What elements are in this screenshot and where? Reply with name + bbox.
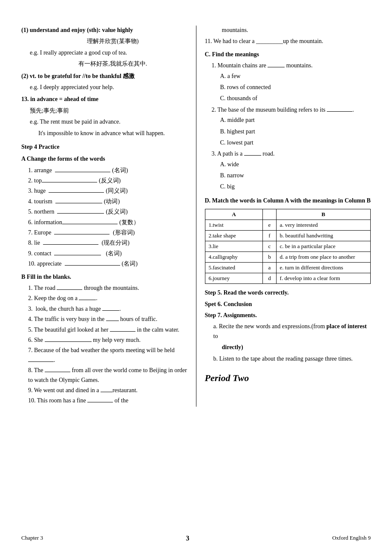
table-row: 1.twist e a. very interested — [205, 220, 371, 231]
table-cell-letter: b — [263, 252, 276, 263]
list-item: 5. The beautiful girl looked at her in t… — [21, 325, 187, 335]
table-cell-meaning: b. beautiful handwriting — [276, 231, 370, 241]
step5-section: Step 5. Read the words correctly. Spet 6… — [205, 288, 371, 364]
continuation: mountains. — [205, 26, 371, 35]
option: B. narrow — [205, 171, 371, 180]
option: C. thousands of — [205, 94, 371, 103]
left-column: (1) understand and enjoy (sth): value hi… — [21, 26, 187, 407]
table-row: 2.take shape f b. beautiful handwriting — [205, 231, 371, 241]
list-item: 4. The traffic is very busy in the hours… — [21, 315, 187, 324]
list-item: 10. This room has a fine of the — [21, 396, 187, 405]
section1-title3-chinese: 预先;事先;事前 — [21, 106, 187, 116]
step5: Step 5. Read the words correctly. — [205, 288, 371, 298]
table-cell-word: 1.twist — [205, 220, 263, 231]
section1-eg3a: e.g. The rent must be paid in advance. — [21, 117, 187, 127]
option: C. lowest part — [205, 138, 371, 147]
section1-eg2: e.g. I deeply appreciated your help. — [21, 83, 187, 92]
list-item: 9. We went out and dined in a restaurant… — [21, 386, 187, 395]
list-item: 8. lie (现在分词) — [21, 238, 187, 248]
list-item: 4. tourism (动词) — [21, 197, 187, 206]
table-cell-letter: d — [263, 273, 276, 284]
section1-chinese1: 理解并欣赏(某事物) — [21, 37, 187, 46]
list-item: 3. huge (同义词) — [21, 186, 187, 196]
sectionA-items: 1. arrange (名词) 2. top(反义词) 3. huge (同义词… — [21, 166, 187, 269]
list-item: 3. A path is a road. — [205, 149, 371, 159]
table-cell-word: 3.lie — [205, 241, 263, 252]
table-row: 5.fascinated a e. turn in different dire… — [205, 263, 371, 273]
footer-left: Chapter 3 — [21, 535, 43, 542]
list-item: 2. Keep the dog on a . — [21, 294, 187, 303]
list-item: 1. arrange (名词) — [21, 166, 187, 175]
section1-eg3b: It's impossible to know in advance what … — [21, 129, 187, 138]
table-header-letter — [263, 209, 276, 220]
table-cell-letter: e — [263, 220, 276, 231]
step7-a-bold2: directly) — [205, 343, 371, 352]
period-two: Period Two — [205, 370, 371, 385]
sectionD-title: D. Match the words in Column A with the … — [205, 196, 371, 205]
list-item: 7. Because of the bad weather the sports… — [21, 346, 187, 365]
list-item: 1. Mountain chains are mountains. — [205, 61, 371, 70]
match-table: A B 1.twist e a. very interested 2.take … — [205, 209, 371, 284]
item11: 11. We had to clear a _________up the mo… — [205, 37, 371, 46]
option: C. big — [205, 182, 371, 191]
list-item: 1. The road through the mountains. — [21, 283, 187, 293]
table-cell-word: 2.take shape — [205, 231, 263, 241]
table-row: 3.lie c c. be in a particular place — [205, 241, 371, 252]
list-item: 7. Europe (形容词) — [21, 228, 187, 237]
step7-b: b. Listen to the tape about the reading … — [205, 354, 371, 364]
table-cell-word: 6.journey — [205, 273, 263, 284]
table-cell-meaning: e. turn in different directions — [276, 263, 370, 273]
list-item: 9. contact (名词) — [21, 249, 187, 258]
step6: Spet 6. Conclusion — [205, 300, 371, 309]
section1-title1: (1) understand and enjoy (sth): value hi… — [21, 26, 187, 35]
table-cell-letter: a — [263, 263, 276, 273]
sectionC-items: 1. Mountain chains are mountains. A. a f… — [205, 61, 371, 192]
option: A. a few — [205, 72, 371, 81]
table-cell-meaning: d. a trip from one place to another — [276, 252, 370, 263]
footer-center: 3 — [186, 535, 189, 542]
sectionA-title: A Change the forms of the words — [21, 154, 187, 164]
table-cell-letter: c — [263, 241, 276, 252]
table-cell-meaning: a. very interested — [276, 220, 370, 231]
step7-a: a. Recite the new words and expressions.… — [205, 322, 371, 341]
list-item: 8. The from all over the world come to B… — [21, 366, 187, 385]
list-item: 6. She my help very much. — [21, 335, 187, 345]
list-item: 6. information(复数） — [21, 218, 187, 227]
list-item: 2. top(反义词) — [21, 176, 187, 185]
table-row: 4.calligraphy b d. a trip from one place… — [205, 252, 371, 263]
column-divider — [196, 26, 196, 407]
right-column: mountains. 11. We had to clear a _______… — [205, 26, 371, 407]
list-item: 2. The base of the museum building refer… — [205, 105, 371, 115]
list-item: 3. look, the church has a huge . — [21, 304, 187, 314]
section1-title3: 13. in advance = ahead of time — [21, 95, 187, 104]
table-row: 6.journey d f. develop into a clear form — [205, 273, 371, 284]
section1-title2: (2) vt. to be grateful for //to be thank… — [21, 72, 187, 81]
step4-title: Step 4 Practice — [21, 142, 187, 152]
option: B. highest part — [205, 127, 371, 136]
section1-eg1-chinese: 有一杯好茶,我就乐在其中. — [21, 59, 187, 69]
table-cell-word: 4.calligraphy — [205, 252, 263, 263]
sectionC-title: C. Find the meanings — [205, 50, 371, 59]
table-cell-word: 5.fascinated — [205, 263, 263, 273]
option: A. middle part — [205, 116, 371, 125]
sectionB-items: 1. The road through the mountains. 2. Ke… — [21, 283, 187, 406]
table-cell-meaning: f. develop into a clear form — [276, 273, 370, 284]
list-item: 5. northern (反义词) — [21, 207, 187, 217]
footer-right: Oxford English 9 — [332, 535, 371, 542]
list-item: 10. appreciate (名词) — [21, 259, 187, 269]
table-header-a: A — [205, 209, 263, 220]
page-footer: Chapter 3 3 Oxford English 9 — [21, 535, 371, 542]
step7-title: Step 7. Assignments. — [205, 311, 371, 320]
sectionB-title: B Fill in the blanks. — [21, 272, 187, 282]
table-header-b: B — [276, 209, 370, 220]
section1-eg1: e.g. I really appreciate a good cup of t… — [21, 48, 187, 58]
table-cell-meaning: c. be in a particular place — [276, 241, 370, 252]
option: A. wide — [205, 160, 371, 169]
option: B. rows of connected — [205, 83, 371, 92]
table-cell-letter: f — [263, 231, 276, 241]
